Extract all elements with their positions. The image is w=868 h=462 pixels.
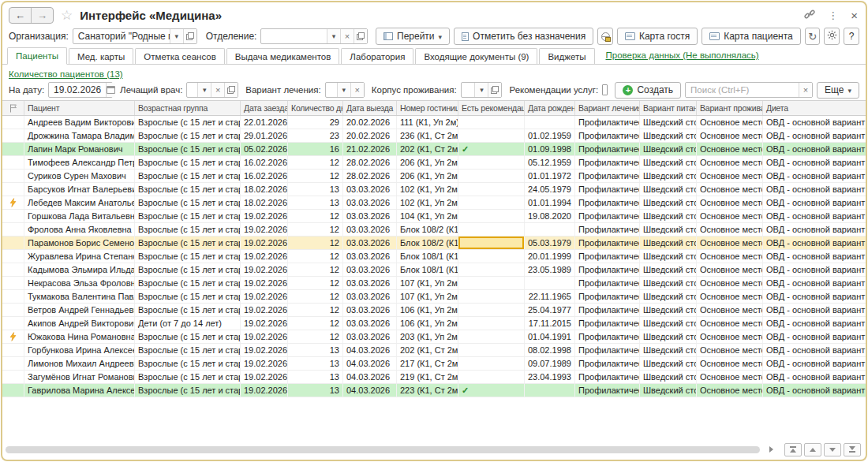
cell-room[interactable]: 206 (К1, Уп 2м) xyxy=(397,156,458,169)
doctor-clear-icon[interactable] xyxy=(211,83,224,97)
forward-button[interactable]: → xyxy=(31,8,53,23)
cell-rec[interactable] xyxy=(458,317,525,330)
cell-days[interactable]: 16 xyxy=(288,143,343,155)
cell-treatment[interactable]: Профилактический xyxy=(575,116,640,129)
cell-days[interactable]: 29 xyxy=(288,116,343,129)
cell-room[interactable]: 217 (К1, Ст 2м) xyxy=(397,357,458,370)
tab-5[interactable]: Входящие документы (9) xyxy=(415,48,537,64)
cell-food[interactable]: Шведский стол xyxy=(640,250,697,263)
cell-diet[interactable]: ОВД - основной вариант ... xyxy=(763,183,866,196)
cell-stay[interactable]: Основное место xyxy=(697,371,763,383)
cell-rec[interactable] xyxy=(458,357,525,370)
cell-departure[interactable]: 03.03.2026 xyxy=(343,210,397,222)
cell-patient[interactable]: Кадымова Эльмира Ильдаровна xyxy=(24,263,135,276)
table-row[interactable]: Суриков Сурен МаховичВзрослые (с 15 лет … xyxy=(2,170,866,183)
cell-diet[interactable]: ОВД - основной вариант ... xyxy=(763,277,866,289)
cell-room[interactable]: 206 (К1, Уп 2м) xyxy=(397,170,458,182)
cell-treatment[interactable]: Профилактический xyxy=(575,183,640,196)
cell-arrival[interactable]: 19.02.2026 xyxy=(241,237,288,249)
cell-stay[interactable]: Основное место xyxy=(697,357,763,370)
create-button[interactable]: Создать xyxy=(615,82,681,99)
cell-departure[interactable]: 04.03.2026 xyxy=(343,357,397,370)
cell-rec[interactable] xyxy=(458,196,525,209)
cell-birth[interactable]: 08.02.1998 xyxy=(525,344,575,356)
cell-rec[interactable] xyxy=(458,170,525,182)
cell-treatment[interactable]: Профилактический xyxy=(575,384,640,397)
cell-diet[interactable]: ОВД - основной вариант ... xyxy=(763,223,866,236)
cell-departure[interactable]: 03.03.2026 xyxy=(343,183,397,196)
cell-patient[interactable]: Акипов Андрей Викторович xyxy=(24,317,135,330)
cell-birth[interactable]: 01.01.1972 xyxy=(525,170,575,182)
cell-arrival[interactable]: 19.02.2026 xyxy=(241,330,288,343)
doctor-open-icon[interactable] xyxy=(224,83,238,97)
cell-food[interactable]: Шведский стол xyxy=(640,223,697,236)
cell-food[interactable]: Шведский стол xyxy=(640,116,697,129)
cell-room[interactable]: 203 (К1, Уп 2м) xyxy=(397,330,458,343)
cell-patient[interactable]: Лебедев Максим Анатольевич xyxy=(24,196,135,209)
cell-arrival[interactable]: 19.02.2026 xyxy=(241,304,288,316)
cell-room[interactable]: 107 (К1, Уп 2м) xyxy=(397,277,458,289)
col-header-arrival[interactable]: Дата заезда xyxy=(241,101,288,115)
cell-days[interactable]: 13 xyxy=(288,371,343,383)
scroll-right-arrow-icon[interactable] xyxy=(769,446,773,453)
cell-stay[interactable]: Основное место xyxy=(697,237,763,249)
favorite-star-icon[interactable]: ☆ xyxy=(61,9,73,22)
table-row[interactable]: Некрасова Эльза ФроловнаВзрослые (с 15 л… xyxy=(2,277,866,290)
cell-flag[interactable] xyxy=(2,237,24,249)
more-menu-icon[interactable]: ⋮ xyxy=(828,10,838,20)
cell-arrival[interactable]: 18.02.2026 xyxy=(241,196,288,209)
cell-diet[interactable]: ОВД - основной вариант ... xyxy=(763,250,866,263)
search-clear-icon[interactable] xyxy=(799,83,812,97)
tab-0[interactable]: Пациенты xyxy=(7,47,67,65)
cell-room[interactable]: 111 (К1, Уп 2м) xyxy=(397,116,458,129)
cell-age[interactable]: Взрослые (с 15 лет и старше) xyxy=(135,250,241,263)
cell-food[interactable]: Шведский стол xyxy=(640,156,697,169)
table-row[interactable]: Журавлева Ирина СтепановнаВзрослые (с 15… xyxy=(2,250,866,263)
cell-arrival[interactable]: 22.01.2026 xyxy=(241,116,288,129)
cell-rec[interactable] xyxy=(458,344,525,356)
cell-flag[interactable] xyxy=(2,304,24,316)
cell-birth[interactable] xyxy=(525,384,575,397)
cell-departure[interactable]: 03.03.2026 xyxy=(343,263,397,276)
cell-room[interactable]: 202 (К1, Ст 2м) xyxy=(397,143,458,155)
cell-age[interactable]: Взрослые (с 15 лет и старше) xyxy=(135,116,241,129)
cell-rec[interactable] xyxy=(458,183,525,196)
table-row[interactable]: Тимофеев Александр ПетровичВзрослые (с 1… xyxy=(2,156,866,170)
cell-diet[interactable]: ОВД - основной вариант ... xyxy=(763,304,866,316)
cell-room[interactable]: 102 (К1, Уп 2м) xyxy=(397,183,458,196)
table-row[interactable]: Загумёнов Игнат РомановичВзрослые (с 15 … xyxy=(2,371,866,384)
cell-days[interactable]: 12 xyxy=(288,277,343,289)
cell-flag[interactable] xyxy=(2,277,24,289)
cell-age[interactable]: Взрослые (с 15 лет и старше) xyxy=(135,210,241,222)
cell-treatment[interactable]: Профилактический xyxy=(575,210,640,222)
cell-room[interactable]: Блок 108/1 (К1, У... xyxy=(397,263,458,276)
table-row[interactable]: Дрожжина Тамара ВладимировнаВзрослые (с … xyxy=(2,129,866,143)
table-row[interactable]: Ветров Андрей ГеннадьевичВзрослые (с 15 … xyxy=(2,304,866,317)
cell-days[interactable]: 12 xyxy=(288,290,343,303)
cell-stay[interactable]: Основное место xyxy=(697,156,763,169)
cell-treatment[interactable]: Профилактический xyxy=(575,277,640,289)
cell-departure[interactable]: 03.03.2026 xyxy=(343,317,397,330)
cell-age[interactable]: Дети (от 7 до 14 лет) xyxy=(135,317,241,330)
cell-age[interactable]: Взрослые (с 15 лет и старше) xyxy=(135,290,241,303)
calendar-button[interactable] xyxy=(106,83,115,97)
cell-treatment[interactable]: Профилактический xyxy=(575,317,640,330)
cell-days[interactable]: 12 xyxy=(288,317,343,330)
cell-rec[interactable] xyxy=(458,223,525,236)
cell-patient[interactable]: Некрасова Эльза Фроловна xyxy=(24,277,135,289)
back-button[interactable]: ← xyxy=(9,8,31,23)
cell-food[interactable]: Шведский стол xyxy=(640,170,697,182)
cell-days[interactable]: 13 xyxy=(288,384,343,397)
cell-days[interactable]: 13 xyxy=(288,196,343,209)
cell-diet[interactable]: ОВД - основной вариант ... xyxy=(763,357,866,370)
cell-patient[interactable]: Лимонов Михаил Андреевич xyxy=(24,357,135,370)
cell-rec[interactable] xyxy=(458,129,525,142)
cell-birth[interactable]: 17.11.2015 xyxy=(525,317,575,330)
cell-rec[interactable] xyxy=(458,210,525,222)
cell-rec[interactable]: ✓ xyxy=(458,143,525,155)
cell-arrival[interactable]: 29.01.2026 xyxy=(241,129,288,142)
table-row[interactable]: Тукмакова Валентина ПавловнаВзрослые (с … xyxy=(2,290,866,304)
cell-food[interactable]: Шведский стол xyxy=(640,210,697,222)
cell-diet[interactable]: ОВД - основной вариант ... xyxy=(763,116,866,129)
cell-food[interactable]: Шведский стол xyxy=(640,317,697,330)
